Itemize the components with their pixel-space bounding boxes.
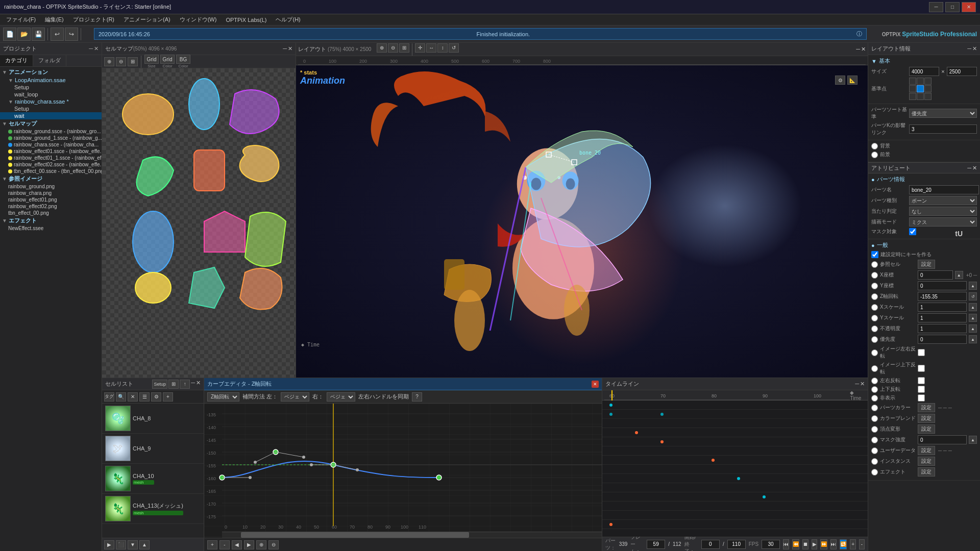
section-animation[interactable]: ▼ アニメーション <box>0 68 102 77</box>
new-button[interactable]: 📄 <box>3 28 16 41</box>
y-scale-radio[interactable] <box>871 315 878 321</box>
track-5[interactable] <box>602 437 868 446</box>
status-info-icon[interactable]: ⓘ <box>856 30 862 38</box>
curve-canvas-area[interactable]: -135 -140 -145 -150 -155 -160 -165 -170 … <box>204 404 602 538</box>
cell-search-btn[interactable]: 🔍 <box>116 392 126 402</box>
cell-footer-btn1[interactable]: ▶ <box>104 540 114 549</box>
cell-list-view[interactable]: ⊞ <box>168 380 179 389</box>
cell-filter-btn[interactable]: ☰ <box>139 392 150 402</box>
tree-tbn-effect-ssce[interactable]: tbn_effect_00.ssce - (tbn_effect_00.png.… <box>0 168 102 174</box>
menu-animation[interactable]: アニメーション(A) <box>119 15 175 24</box>
x-radio[interactable] <box>871 272 878 279</box>
anim-zoom-in[interactable]: ⊕ <box>377 43 387 53</box>
next-key-btn[interactable]: ⏩ <box>820 539 827 549</box>
anim-ctrl-2[interactable]: 📐 <box>847 76 857 85</box>
tree-rainbow-chara-ssce[interactable]: rainbow_chara.ssce - (rainbow_cha... <box>0 141 102 148</box>
y-radio[interactable] <box>871 283 878 289</box>
cellmap-zoom-in[interactable]: ⊕ <box>104 57 114 66</box>
flip-v-checkbox[interactable] <box>918 365 925 372</box>
project-panel-close[interactable]: ✕ <box>94 45 99 52</box>
track-2[interactable] <box>602 410 868 419</box>
track-12[interactable] <box>602 502 868 511</box>
cellmap-canvas[interactable] <box>102 68 296 378</box>
opacity-input[interactable] <box>918 324 967 333</box>
anim-minimize[interactable]: ─ <box>856 46 860 53</box>
tree-rainbow-chara-png[interactable]: rainbow_chara.png <box>0 190 102 196</box>
curve-add-key[interactable]: + <box>207 540 217 549</box>
parts-color-btn[interactable]: 設定 <box>918 403 935 412</box>
curve-scrollbar[interactable] <box>222 532 602 538</box>
cell-footer-btn4[interactable]: ▲ <box>139 540 150 549</box>
play-btn[interactable]: ▶ <box>812 539 817 549</box>
anim-zoom-out[interactable]: ⊖ <box>388 43 398 53</box>
menu-optpix-labs[interactable]: OPTPiX Labs(L) <box>222 16 271 24</box>
x-input[interactable] <box>918 270 953 280</box>
zoom-timeline-out[interactable]: - <box>859 539 865 549</box>
track-9[interactable] <box>602 474 868 483</box>
curve-close-button[interactable]: ✕ <box>592 381 599 388</box>
grid-color-btn[interactable]: Grid <box>160 55 175 64</box>
instance-radio[interactable] <box>871 458 878 465</box>
cell-item-cha113[interactable]: 🦎 CHA_113(メッシュ) mesh <box>102 494 204 524</box>
draw-mode-select[interactable]: ミクス <box>909 217 977 227</box>
menu-file[interactable]: ファイル(F) <box>2 15 40 24</box>
curve-prev[interactable]: ◀ <box>232 540 242 549</box>
anim-tool-2[interactable]: ↔ <box>426 43 436 53</box>
section-cellmap[interactable]: ▼ セルマップ <box>0 119 102 128</box>
track-6[interactable] <box>602 446 868 456</box>
flip-h-checkbox[interactable] <box>918 349 925 356</box>
cell-add-btn[interactable]: + <box>163 392 173 402</box>
attribute-minimize[interactable]: ─ <box>967 165 971 171</box>
track-11[interactable] <box>602 492 868 502</box>
menu-help[interactable]: ヘルプ(H) <box>272 15 304 24</box>
end-input[interactable] <box>727 540 746 549</box>
anim-close[interactable]: ✕ <box>861 46 866 53</box>
track-7[interactable] <box>602 456 868 465</box>
x-up-btn[interactable]: ▲ <box>955 271 963 279</box>
anim-canvas[interactable]: * stats Animation <box>296 65 868 378</box>
cell-settings-btn[interactable]: ⚙ <box>151 392 161 402</box>
tab-category[interactable]: カテゴリ <box>0 55 33 66</box>
anchor-grid[interactable] <box>909 78 932 100</box>
track-1[interactable] <box>602 400 868 410</box>
flip-lr-checkbox[interactable] <box>918 377 925 384</box>
tree-setup-1[interactable]: Setup <box>0 84 102 91</box>
z-rot-input[interactable] <box>918 292 967 301</box>
tree-loop-animation[interactable]: ▼ LoopAnimation.ssae <box>0 77 102 84</box>
part-influence-input[interactable] <box>909 124 977 134</box>
maximize-button[interactable]: □ <box>945 2 960 12</box>
tree-rainbow-effect01-1-ssce[interactable]: rainbow_effect01_1.ssce - (rainbow_ef... <box>0 155 102 161</box>
interp-right-select[interactable]: ベジェ <box>327 392 355 402</box>
track-15[interactable] <box>602 529 868 537</box>
part-type-select[interactable]: ボーン <box>909 196 977 205</box>
cell-footer-btn2[interactable]: ⬛ <box>116 540 126 549</box>
color-blend-radio[interactable] <box>871 415 878 422</box>
save-button[interactable]: 💾 <box>32 28 45 41</box>
anim-tool-4[interactable]: ↺ <box>449 43 459 53</box>
color-blend-btn[interactable]: 設定 <box>918 414 935 423</box>
cell-clear-btn[interactable]: ✕ <box>128 392 138 402</box>
size-w-input[interactable] <box>909 67 939 76</box>
priority-btn[interactable]: ▲ <box>969 335 977 343</box>
track-8[interactable] <box>602 465 868 474</box>
close-button[interactable]: ✕ <box>962 2 976 12</box>
anim-fit[interactable]: ⊞ <box>399 43 409 53</box>
grid-size-btn[interactable]: Grid <box>144 55 159 64</box>
timeline-minimize[interactable]: ─ <box>855 381 859 387</box>
track-3[interactable] <box>602 419 868 428</box>
skip-end-btn[interactable]: ⏭ <box>830 539 837 549</box>
redo-button[interactable]: ↪ <box>65 28 78 41</box>
x-scale-btn[interactable]: ▲ <box>969 303 977 311</box>
mask-strength-input[interactable] <box>918 435 967 444</box>
ref-cell-radio[interactable] <box>871 261 878 268</box>
tree-rainbow-ground-ssce[interactable]: rainbow_ground.ssce - (rainbow_gro... <box>0 128 102 135</box>
cell-footer-btn3[interactable]: ▼ <box>128 540 138 549</box>
y-up-btn[interactable]: ▲ <box>969 282 977 290</box>
menu-project[interactable]: プロジェクト(R) <box>69 15 118 24</box>
hide-radio[interactable] <box>871 395 878 402</box>
curve-next[interactable]: ▶ <box>244 540 254 549</box>
size-h-input[interactable] <box>947 67 977 76</box>
flip-lr-radio[interactable] <box>871 378 878 384</box>
user-data-btn[interactable]: 設定 <box>918 446 935 455</box>
hide-checkbox[interactable] <box>918 394 925 402</box>
